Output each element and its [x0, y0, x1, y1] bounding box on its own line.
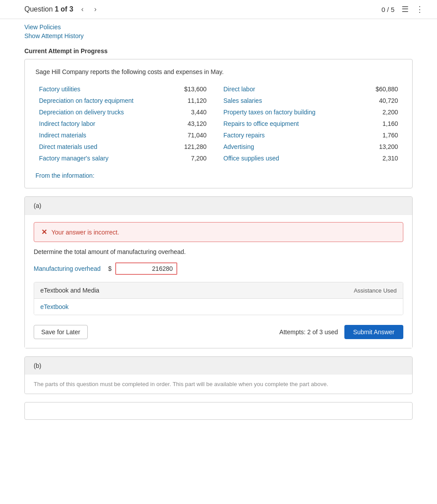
cost-item-name2: Repairs to office equipment: [220, 118, 354, 129]
top-bar-right: 0 / 5 ☰ ⋮: [382, 4, 424, 14]
cost-amount2: 2,310: [354, 152, 402, 164]
part-a-content: ✕ Your answer is incorrect. Determine th…: [25, 215, 412, 348]
dollar-sign: $: [108, 265, 112, 272]
top-bar-left: Question 1 of 3 ‹ ›: [24, 4, 99, 14]
cost-row: Factory utilities $13,600 Direct labor $…: [35, 83, 402, 95]
etextbook-title: eTextbook and Media: [40, 287, 99, 294]
list-icon[interactable]: ☰: [402, 4, 409, 14]
input-label: Manufacturing overhead: [34, 265, 105, 272]
show-attempt-history-link[interactable]: Show Attempt History: [24, 32, 413, 39]
cost-amount: 7,200: [169, 152, 220, 164]
top-bar: Question 1 of 3 ‹ › 0 / 5 ☰ ⋮: [0, 0, 437, 19]
cost-row: Depreciation on delivery trucks 3,440 Pr…: [35, 106, 402, 118]
etextbook-body: eTextbook: [34, 299, 403, 315]
cost-row: Depreciation on factory equipment 11,120…: [35, 95, 402, 106]
cost-amount: 43,120: [169, 118, 220, 129]
attempts-text: Attempts: 2 of 3 used: [279, 328, 338, 336]
question-box: Sage Hill Company reports the following …: [24, 59, 413, 188]
cost-amount: 121,280: [169, 141, 220, 152]
part-b-body: The parts of this question must be compl…: [25, 375, 412, 394]
etextbook-header: eTextbook and Media Assistance Used: [34, 282, 403, 299]
cost-row: Indirect materials 71,040 Factory repair…: [35, 129, 402, 141]
cost-item-name2: Factory repairs: [220, 129, 354, 141]
error-text: Your answer is incorrect.: [51, 229, 119, 236]
footer-right: Attempts: 2 of 3 used Submit Answer: [279, 325, 403, 339]
cost-item-name2: Direct labor: [220, 83, 354, 95]
error-banner: ✕ Your answer is incorrect.: [34, 222, 403, 242]
question-suffix: of 3: [59, 5, 73, 13]
cost-amount2: 2,200: [354, 106, 402, 118]
cost-item-name: Direct materials used: [35, 141, 169, 152]
from-info: From the information:: [35, 172, 402, 179]
etextbook-section: eTextbook and Media Assistance Used eTex…: [34, 282, 403, 315]
error-icon: ✕: [41, 228, 47, 236]
cost-row: Direct materials used 121,280 Advertisin…: [35, 141, 402, 152]
cost-item-name: Indirect materials: [35, 129, 169, 141]
cost-amount: 71,040: [169, 129, 220, 141]
cost-amount2: $60,880: [354, 83, 402, 95]
more-options-icon[interactable]: ⋮: [416, 4, 424, 14]
extra-placeholder-box: [24, 402, 413, 420]
part-a-header: (a): [25, 197, 412, 215]
cost-item-name2: Office supplies used: [220, 152, 354, 164]
part-a-box: (a) ✕ Your answer is incorrect. Determin…: [24, 196, 413, 348]
cost-amount: $13,600: [169, 83, 220, 95]
question-label: Question 1 of 3: [24, 5, 73, 13]
manufacturing-overhead-input[interactable]: [115, 262, 177, 275]
cost-row: Factory manager's salary 7,200 Office su…: [35, 152, 402, 164]
cost-item-name: Depreciation on delivery trucks: [35, 106, 169, 118]
footer-row: Save for Later Attempts: 2 of 3 used Sub…: [34, 321, 403, 341]
submit-answer-button[interactable]: Submit Answer: [344, 325, 403, 339]
part-b-header: (b): [25, 357, 412, 375]
cost-row: Indirect factory labor 43,120 Repairs to…: [35, 118, 402, 129]
input-row: Manufacturing overhead $: [34, 262, 403, 275]
cost-amount: 11,120: [169, 95, 220, 106]
part-b-box: (b) The parts of this question must be c…: [24, 356, 413, 394]
cost-amount: 3,440: [169, 106, 220, 118]
cost-item-name2: Property taxes on factory building: [220, 106, 354, 118]
cost-item-name2: Advertising: [220, 141, 354, 152]
score-label: 0 / 5: [382, 6, 394, 13]
next-question-button[interactable]: ›: [92, 4, 99, 14]
instruction-text: Determine the total amount of manufactur…: [34, 248, 403, 255]
cost-item-name: Factory utilities: [35, 83, 169, 95]
cost-table: Factory utilities $13,600 Direct labor $…: [35, 83, 402, 164]
assistance-used-label: Assistance Used: [354, 287, 397, 294]
cost-amount2: 40,720: [354, 95, 402, 106]
current-attempt-label: Current Attempt in Progress: [0, 44, 437, 59]
cost-item-name2: Sales salaries: [220, 95, 354, 106]
cost-item-name: Factory manager's salary: [35, 152, 169, 164]
etextbook-link[interactable]: eTextbook: [40, 303, 69, 310]
prev-question-button[interactable]: ‹: [78, 4, 86, 14]
save-for-later-button[interactable]: Save for Later: [34, 325, 88, 339]
cost-item-name: Indirect factory labor: [35, 118, 169, 129]
cost-amount2: 1,160: [354, 118, 402, 129]
cost-amount2: 1,760: [354, 129, 402, 141]
links-section: View Policies Show Attempt History: [0, 19, 437, 44]
intro-text: Sage Hill Company reports the following …: [35, 68, 402, 75]
cost-amount2: 13,200: [354, 141, 402, 152]
view-policies-link[interactable]: View Policies: [24, 23, 413, 31]
cost-item-name: Depreciation on factory equipment: [35, 95, 169, 106]
